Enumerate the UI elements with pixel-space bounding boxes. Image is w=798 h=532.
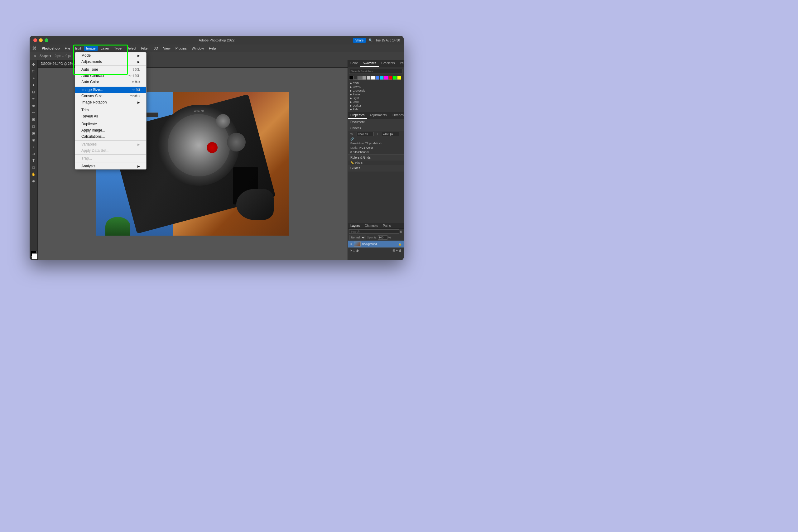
tool-pen[interactable]: ⊿ bbox=[31, 151, 37, 157]
tab-patterns[interactable]: Patterns bbox=[397, 60, 404, 67]
menu-image-rotation[interactable]: Image Rotation ▶ bbox=[75, 99, 146, 105]
menu-photoshop[interactable]: Photoshop bbox=[40, 46, 62, 51]
swatch-cyan[interactable] bbox=[380, 76, 384, 80]
tab-layers[interactable]: Layers bbox=[348, 223, 362, 228]
group-dark[interactable]: ▶ Dark bbox=[350, 100, 402, 104]
swatch-green[interactable] bbox=[393, 76, 397, 80]
group-rgb[interactable]: ▶ RGB bbox=[350, 81, 402, 85]
menu-type[interactable]: Type bbox=[112, 46, 124, 51]
tool-zoom[interactable]: ⊕ bbox=[31, 178, 37, 184]
menu-canvas-size[interactable]: Canvas Size... ⌥⌘C bbox=[75, 93, 146, 99]
tab-channels[interactable]: Channels bbox=[362, 223, 380, 228]
layer-group-button[interactable]: ⊞ bbox=[393, 249, 395, 252]
group-pastel[interactable]: ▶ Pastel bbox=[350, 93, 402, 96]
layer-new-button[interactable]: + bbox=[396, 249, 398, 252]
tool-dodge[interactable]: ○ bbox=[31, 144, 37, 150]
menu-calculations[interactable]: Calculations... bbox=[75, 133, 146, 140]
blend-mode-select[interactable]: Normal bbox=[349, 235, 366, 240]
tool-select[interactable]: ⬚ bbox=[31, 68, 37, 75]
layer-background[interactable]: 👁 Background 🔒 bbox=[348, 241, 404, 247]
swatch-white[interactable] bbox=[371, 76, 375, 80]
menu-view[interactable]: View bbox=[161, 46, 173, 51]
tool-type[interactable]: T bbox=[31, 157, 37, 164]
tool-heal[interactable]: ⊕ bbox=[31, 102, 37, 109]
canvas-section-title[interactable]: Canvas bbox=[348, 125, 404, 131]
swatch-red[interactable] bbox=[388, 76, 393, 80]
tab-swatches[interactable]: Swatches bbox=[360, 60, 379, 67]
menu-select[interactable]: Select bbox=[125, 46, 138, 51]
tool-brush[interactable]: ✏ bbox=[31, 109, 37, 116]
layer-delete-button[interactable]: 🗑 bbox=[399, 249, 402, 252]
menu-apply-image[interactable]: Apply Image... bbox=[75, 127, 146, 133]
share-button[interactable]: Share bbox=[353, 38, 366, 43]
menu-trim[interactable]: Trim... bbox=[75, 107, 146, 113]
group-pale[interactable]: ▶ Pale bbox=[350, 108, 402, 111]
fullscreen-button[interactable] bbox=[44, 38, 48, 42]
layer-visibility[interactable]: 👁 bbox=[350, 243, 353, 246]
tool-clone[interactable]: ⊞ bbox=[31, 116, 37, 122]
tool-gradient[interactable]: ▣ bbox=[31, 130, 37, 136]
tab-properties[interactable]: Properties bbox=[348, 112, 367, 119]
group-grayscale[interactable]: ▶ Grayscale bbox=[350, 89, 402, 93]
guides-title[interactable]: Guides bbox=[348, 165, 404, 171]
tab-paths[interactable]: Paths bbox=[380, 223, 393, 228]
swatches-search[interactable] bbox=[349, 69, 402, 74]
toolbar-move[interactable]: ⊕ bbox=[32, 54, 37, 58]
menu-auto-contrast[interactable]: Auto Contrast ⌥⇧⌘L bbox=[75, 73, 146, 79]
group-light[interactable]: ▶ Light bbox=[350, 96, 402, 100]
menu-analysis[interactable]: Analysis ▶ bbox=[75, 163, 146, 169]
close-button[interactable] bbox=[33, 38, 37, 42]
menu-auto-tone[interactable]: Auto Tone ⇧⌘L bbox=[75, 66, 146, 73]
document-section-title[interactable]: Document bbox=[348, 119, 404, 125]
toolbar-shape[interactable]: Shape ▾ bbox=[38, 54, 52, 58]
menu-duplicate[interactable]: Duplicate... bbox=[75, 121, 146, 127]
menu-edit[interactable]: Edit bbox=[73, 46, 83, 51]
menu-window[interactable]: Window bbox=[190, 46, 206, 51]
layers-filter-icon[interactable]: ⊞ bbox=[400, 230, 402, 233]
swatch-black[interactable] bbox=[349, 76, 353, 80]
tool-eyedropper[interactable]: ✒ bbox=[31, 96, 37, 102]
menu-image[interactable]: Image bbox=[84, 46, 98, 51]
group-cmyk[interactable]: ▶ CMYK bbox=[350, 85, 402, 89]
menu-filter[interactable]: Filter bbox=[139, 46, 151, 51]
search-icon[interactable]: 🔍 bbox=[368, 38, 373, 42]
menu-help[interactable]: Help bbox=[207, 46, 218, 51]
tool-wand[interactable]: ✦ bbox=[31, 82, 37, 88]
layer-fx-button[interactable]: fx bbox=[350, 249, 352, 252]
menu-3d[interactable]: 3D bbox=[152, 46, 160, 51]
swatch-darkgray[interactable] bbox=[354, 76, 358, 80]
swatch-silver[interactable] bbox=[366, 76, 370, 80]
swatch-gray[interactable] bbox=[358, 76, 362, 80]
layers-search[interactable] bbox=[349, 229, 399, 234]
tab-libraries[interactable]: Libraries bbox=[390, 112, 404, 119]
tab-gradients[interactable]: Gradients bbox=[379, 60, 397, 67]
tool-shape[interactable]: □ bbox=[31, 164, 37, 170]
swatch-yellow[interactable] bbox=[397, 76, 401, 80]
layer-mask-button[interactable]: □ bbox=[353, 249, 355, 252]
minimize-button[interactable] bbox=[39, 38, 43, 42]
rulers-title[interactable]: Rulers & Grids bbox=[348, 155, 404, 160]
width-input[interactable] bbox=[357, 132, 374, 136]
background-color[interactable] bbox=[32, 253, 37, 259]
swatch-lightgray[interactable] bbox=[362, 76, 366, 80]
tool-eraser[interactable]: ◻ bbox=[31, 123, 37, 129]
swatch-magenta[interactable] bbox=[384, 76, 388, 80]
tab-color[interactable]: Color bbox=[348, 60, 360, 67]
menu-auto-color[interactable]: Auto Color ⇧⌘B bbox=[75, 79, 146, 85]
menu-layer[interactable]: Layer bbox=[98, 46, 112, 51]
menu-adjustments[interactable]: Adjustments ▶ bbox=[75, 59, 146, 65]
tool-move[interactable]: ✥ bbox=[31, 61, 37, 68]
tool-blur[interactable]: ◉ bbox=[31, 137, 37, 143]
menu-image-size[interactable]: Image Size... ⌥⌘I bbox=[75, 87, 146, 93]
tool-crop[interactable]: ⊡ bbox=[31, 89, 37, 95]
swatch-blue[interactable] bbox=[375, 76, 379, 80]
menu-plugins[interactable]: Plugins bbox=[173, 46, 189, 51]
tool-hand[interactable]: ✋ bbox=[31, 171, 37, 177]
height-input[interactable] bbox=[382, 132, 399, 136]
menu-mode[interactable]: Mode ▶ bbox=[75, 52, 146, 59]
opacity-input[interactable] bbox=[378, 235, 387, 240]
document-tab[interactable]: DSC09494.JPG @ 25%... bbox=[38, 60, 80, 67]
tab-adjustments[interactable]: Adjustments bbox=[367, 112, 390, 119]
tool-lasso[interactable]: ⌖ bbox=[31, 75, 37, 81]
menu-file[interactable]: File bbox=[62, 46, 72, 51]
